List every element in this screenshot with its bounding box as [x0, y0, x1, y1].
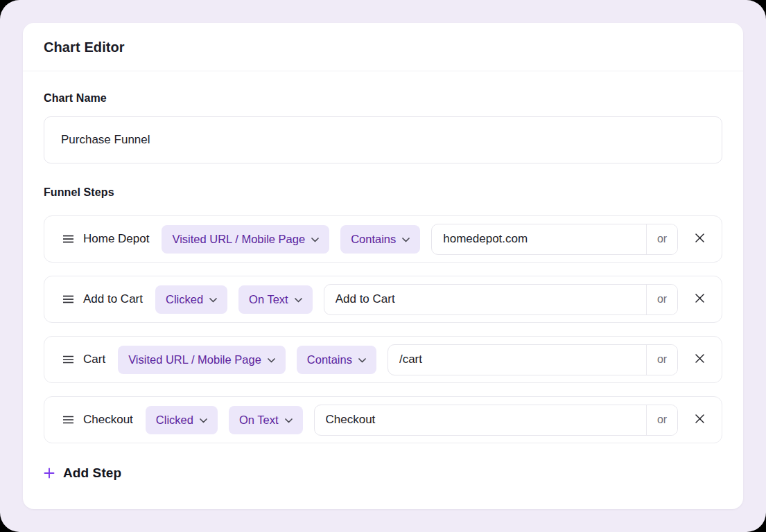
step-value-input[interactable]: [324, 285, 646, 314]
chevron-down-icon: [311, 238, 319, 242]
drag-handle-icon[interactable]: [62, 415, 74, 425]
close-icon: [695, 293, 705, 305]
event-type-dropdown[interactable]: Visited URL / Mobile Page: [162, 225, 329, 254]
close-icon: [695, 233, 705, 245]
add-step-button[interactable]: Add Step: [44, 463, 121, 484]
drag-handle-icon[interactable]: [62, 234, 74, 244]
step-value-input[interactable]: [315, 405, 647, 435]
page-title: Chart Editor: [44, 39, 722, 55]
chevron-down-icon: [402, 238, 410, 242]
step-value-group: or: [431, 224, 678, 255]
step-value-group: or: [314, 405, 679, 436]
step-value-input[interactable]: [432, 224, 646, 254]
close-icon: [695, 414, 705, 426]
remove-step-button[interactable]: [690, 229, 709, 249]
event-type-dropdown[interactable]: Visited URL / Mobile Page: [118, 346, 286, 374]
step-name-label: Home Depot: [83, 232, 149, 246]
operator-dropdown[interactable]: Contains: [340, 225, 420, 254]
event-type-dropdown[interactable]: Clicked: [155, 285, 227, 314]
operator-dropdown[interactable]: On Text: [238, 285, 313, 314]
chevron-down-icon: [268, 358, 275, 363]
funnel-step-row: Home Depot Visited URL / Mobile Page Con…: [44, 215, 722, 263]
event-type-dropdown[interactable]: Clicked: [146, 406, 218, 434]
event-type-value: Clicked: [156, 414, 193, 427]
drag-handle-icon[interactable]: [62, 355, 74, 364]
operator-value: Contains: [307, 353, 352, 366]
chevron-down-icon: [285, 418, 293, 423]
chart-editor-card: Chart Editor Chart Name Funnel Steps Hom…: [23, 23, 743, 509]
or-condition-button[interactable]: or: [646, 224, 677, 254]
funnel-step-row: Checkout Clicked On Text or: [44, 396, 722, 443]
step-value-group: or: [324, 284, 678, 315]
chevron-down-icon: [200, 418, 207, 423]
card-header: Chart Editor: [23, 23, 743, 71]
chevron-down-icon: [295, 298, 302, 303]
step-value-group: or: [388, 344, 678, 375]
remove-step-button[interactable]: [690, 290, 709, 309]
chevron-down-icon: [358, 358, 366, 363]
funnel-steps-list: Home Depot Visited URL / Mobile Page Con…: [44, 215, 722, 443]
chevron-down-icon: [209, 298, 217, 303]
card-body: Chart Name Funnel Steps Home Depot Visit…: [23, 71, 743, 509]
operator-value: On Text: [239, 414, 279, 427]
add-step-label: Add Step: [63, 466, 121, 481]
remove-step-button[interactable]: [690, 410, 709, 429]
step-name-label: Add to Cart: [83, 292, 143, 306]
chart-name-input[interactable]: [44, 116, 722, 163]
operator-dropdown[interactable]: On Text: [229, 406, 303, 434]
operator-value: Contains: [351, 233, 396, 246]
or-condition-button[interactable]: or: [646, 405, 677, 435]
remove-step-button[interactable]: [690, 350, 709, 369]
funnel-step-row: Cart Visited URL / Mobile Page Contains …: [44, 336, 722, 383]
step-name-label: Cart: [83, 353, 105, 366]
or-condition-button[interactable]: or: [646, 285, 677, 314]
page-background: Chart Editor Chart Name Funnel Steps Hom…: [0, 0, 766, 532]
step-value-input[interactable]: [388, 345, 646, 375]
funnel-steps-label: Funnel Steps: [44, 186, 722, 199]
event-type-value: Clicked: [166, 293, 203, 306]
or-condition-button[interactable]: or: [646, 345, 677, 375]
event-type-value: Visited URL / Mobile Page: [128, 353, 261, 366]
drag-handle-icon[interactable]: [62, 294, 74, 304]
operator-dropdown[interactable]: Contains: [297, 346, 376, 374]
funnel-step-row: Add to Cart Clicked On Text or: [44, 276, 722, 323]
chart-name-label: Chart Name: [44, 92, 722, 105]
plus-icon: [44, 468, 55, 479]
event-type-value: Visited URL / Mobile Page: [172, 233, 305, 246]
operator-value: On Text: [249, 293, 288, 306]
step-name-label: Checkout: [83, 413, 133, 427]
close-icon: [695, 353, 705, 366]
